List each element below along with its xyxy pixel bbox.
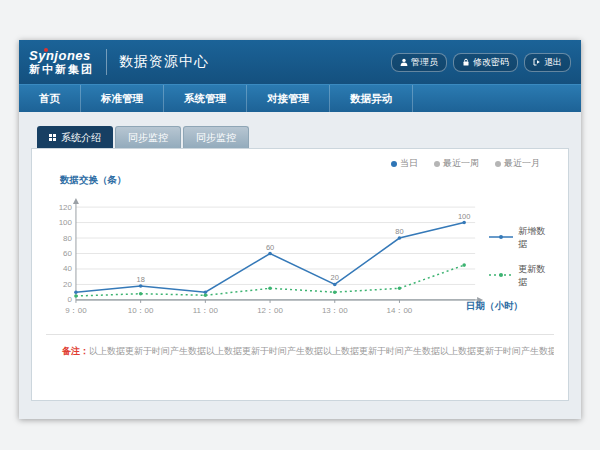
desktop-background: Synjones 新中新集团 数据资源中心 管理员 修改密码 bbox=[0, 0, 600, 450]
logo-red-dot bbox=[44, 48, 48, 52]
filter-last-month-label: 最近一月 bbox=[504, 157, 540, 170]
svg-text:40: 40 bbox=[63, 264, 72, 273]
tab-system-intro-label: 系统介绍 bbox=[61, 131, 101, 145]
x-axis-title: 日期（小时） bbox=[466, 300, 523, 313]
footnote-text: 以上数据更新于时间产生数据以上数据更新于时间产生数据以上数据更新于时间产生数据以… bbox=[89, 346, 554, 356]
legend-new-data: 新增数据 bbox=[489, 225, 554, 251]
header-actions: 管理员 修改密码 退出 bbox=[391, 53, 571, 72]
tab-bar: 系统介绍 同步监控 同步监控 bbox=[37, 126, 569, 148]
logo-text-en: Synjones bbox=[29, 49, 94, 63]
y-axis-title: 数据交换（条） bbox=[60, 174, 554, 187]
svg-text:12：00: 12：00 bbox=[257, 306, 283, 315]
header: Synjones 新中新集团 数据资源中心 管理员 修改密码 bbox=[19, 40, 581, 84]
filter-last-week[interactable]: 最近一周 bbox=[434, 157, 479, 170]
radio-dot-icon bbox=[391, 161, 397, 167]
svg-text:80: 80 bbox=[395, 227, 403, 236]
svg-text:18: 18 bbox=[136, 275, 144, 284]
admin-button-label: 管理员 bbox=[411, 56, 438, 69]
svg-text:60: 60 bbox=[266, 243, 274, 252]
nav-item-home[interactable]: 首页 bbox=[19, 85, 81, 112]
svg-text:80: 80 bbox=[63, 234, 72, 243]
range-filter-group: 当日 最近一周 最近一月 bbox=[46, 157, 540, 170]
lock-icon bbox=[462, 58, 470, 66]
svg-text:100: 100 bbox=[59, 218, 73, 227]
svg-text:10：00: 10：00 bbox=[128, 306, 154, 315]
svg-text:13：00: 13：00 bbox=[322, 306, 348, 315]
filter-today-label: 当日 bbox=[400, 157, 418, 170]
content-area: 系统介绍 同步监控 同步监控 当日 最近一周 bbox=[19, 112, 581, 419]
chart-panel: 当日 最近一周 最近一月 数据交换（条） 0204060801001209：00… bbox=[31, 148, 569, 401]
dotted-line-sample-icon bbox=[489, 271, 513, 281]
svg-text:0: 0 bbox=[68, 295, 73, 304]
legend-update-data: 更新数据 bbox=[489, 263, 554, 289]
app-window: Synjones 新中新集团 数据资源中心 管理员 修改密码 bbox=[19, 40, 581, 419]
logout-icon bbox=[533, 58, 541, 66]
user-icon bbox=[400, 58, 408, 66]
tab-sync-monitor-2[interactable]: 同步监控 bbox=[183, 126, 249, 148]
nav-item-standard-mgmt[interactable]: 标准管理 bbox=[81, 85, 164, 112]
header-divider bbox=[106, 49, 107, 75]
grid-icon bbox=[49, 132, 56, 143]
admin-button[interactable]: 管理员 bbox=[391, 53, 447, 72]
svg-text:20: 20 bbox=[331, 273, 339, 282]
nav-item-data-change[interactable]: 数据异动 bbox=[330, 85, 413, 112]
svg-text:60: 60 bbox=[63, 249, 72, 258]
footnote: 备注：以上数据更新于时间产生数据以上数据更新于时间产生数据以上数据更新于时间产生… bbox=[46, 335, 554, 358]
page-title: 数据资源中心 bbox=[119, 53, 209, 71]
radio-dot-icon bbox=[495, 161, 501, 167]
line-chart: 0204060801001209：0010：0011：0012：0013：001… bbox=[46, 189, 485, 324]
change-password-button[interactable]: 修改密码 bbox=[453, 53, 518, 72]
svg-text:14：00: 14：00 bbox=[387, 306, 413, 315]
logo: Synjones 新中新集团 bbox=[29, 49, 94, 75]
filter-today[interactable]: 当日 bbox=[391, 157, 418, 170]
filter-last-month[interactable]: 最近一月 bbox=[495, 157, 540, 170]
main-nav: 首页 标准管理 系统管理 对接管理 数据异动 bbox=[19, 84, 581, 112]
logout-button-label: 退出 bbox=[544, 56, 562, 69]
radio-dot-icon bbox=[434, 161, 440, 167]
nav-item-connection-mgmt[interactable]: 对接管理 bbox=[247, 85, 330, 112]
series-legend: 新增数据 更新数据 bbox=[489, 225, 554, 289]
svg-text:11：00: 11：00 bbox=[193, 306, 219, 315]
footnote-label: 备注： bbox=[62, 346, 89, 356]
svg-text:120: 120 bbox=[59, 203, 73, 212]
tab-system-intro[interactable]: 系统介绍 bbox=[37, 126, 113, 148]
tab-sync-monitor-1[interactable]: 同步监控 bbox=[115, 126, 181, 148]
legend-new-data-label: 新增数据 bbox=[518, 225, 554, 251]
legend-update-data-label: 更新数据 bbox=[518, 263, 554, 289]
change-password-button-label: 修改密码 bbox=[473, 56, 509, 69]
logo-text-cn: 新中新集团 bbox=[29, 63, 94, 75]
logout-button[interactable]: 退出 bbox=[524, 53, 571, 72]
nav-item-system-mgmt[interactable]: 系统管理 bbox=[164, 85, 247, 112]
svg-text:20: 20 bbox=[63, 280, 72, 289]
solid-line-sample-icon bbox=[489, 233, 513, 243]
svg-text:9：00: 9：00 bbox=[65, 306, 87, 315]
svg-text:100: 100 bbox=[458, 212, 470, 221]
filter-last-week-label: 最近一周 bbox=[443, 157, 479, 170]
